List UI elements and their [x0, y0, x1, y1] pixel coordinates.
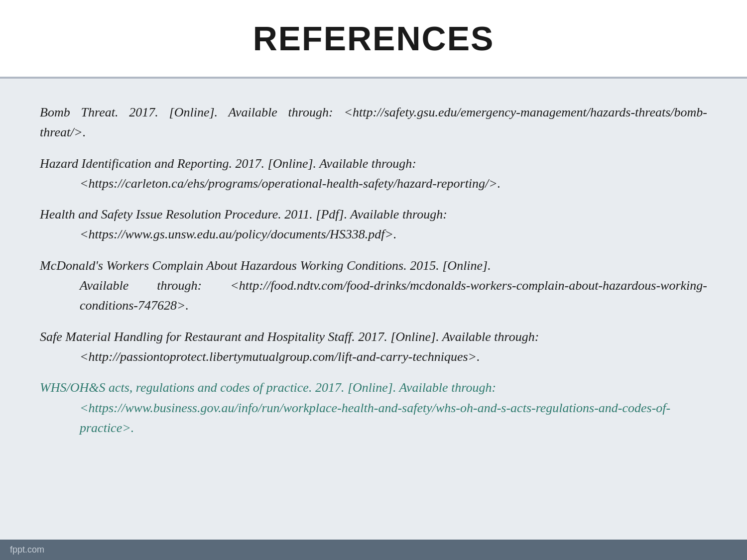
ref6-line1: WHS/OH&S acts, regulations and codes of …	[40, 378, 707, 398]
ref5-line2: <http://passiontoprotect.libertymutualgr…	[40, 347, 707, 367]
footer-area: fppt.com	[0, 540, 747, 560]
ref6-line2: <https://www.business.gov.au/info/run/wo…	[40, 398, 707, 439]
reference-item-4: McDonald's Workers Complain About Hazard…	[40, 256, 707, 316]
ref4-line2: Available through: <http://food.ndtv.com…	[40, 276, 707, 316]
header-area: REFERENCES	[0, 0, 747, 79]
slide-container: REFERENCES Bomb Threat. 2017. [Online]. …	[0, 0, 747, 560]
footer-label: fppt.com	[10, 545, 44, 555]
ref3-line1: Health and Safety Issue Resolution Proce…	[40, 205, 707, 224]
ref4-line1: McDonald's Workers Complain About Hazard…	[40, 256, 707, 276]
reference-item-1: Bomb Threat. 2017. [Online]. Available t…	[40, 103, 707, 143]
reference-item-5: Safe Material Handling for Restaurant an…	[40, 327, 707, 367]
ref5-line1: Safe Material Handling for Restaurant an…	[40, 327, 707, 347]
reference-item-3: Health and Safety Issue Resolution Proce…	[40, 205, 707, 245]
ref2-line1: Hazard Identification and Reporting. 201…	[40, 154, 707, 174]
ref3-line2: <https://www.gs.unsw.edu.au/policy/docum…	[40, 224, 707, 244]
ref2-line2: <https://carleton.ca/ehs/programs/operat…	[40, 174, 707, 194]
page-title: REFERENCES	[30, 19, 717, 58]
reference-item-6: WHS/OH&S acts, regulations and codes of …	[40, 378, 707, 438]
ref1-text: Bomb Threat. 2017. [Online]. Available t…	[40, 103, 707, 143]
content-area: Bomb Threat. 2017. [Online]. Available t…	[0, 79, 747, 540]
reference-item-2: Hazard Identification and Reporting. 201…	[40, 154, 707, 194]
